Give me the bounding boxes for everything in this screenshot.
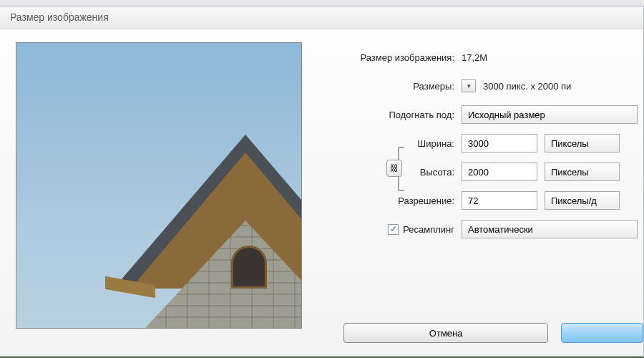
image-size-value: 17,2M — [462, 52, 487, 63]
cancel-button[interactable]: Отмена — [343, 323, 548, 343]
resample-label: Ресамплинг — [403, 224, 454, 235]
width-input[interactable] — [462, 134, 537, 153]
fit-to-select[interactable]: Исходный размер — [462, 105, 638, 124]
width-unit-select[interactable]: Пикселы — [545, 134, 620, 153]
image-size-dialog: Размер изображения Размер изображения: 1… — [0, 6, 644, 357]
dimensions-value: 3000 пикс. x 2000 пи — [483, 81, 571, 92]
resample-mode-value: Автоматически — [468, 224, 533, 235]
dialog-title: Размер изображения — [0, 6, 643, 29]
resample-checkbox[interactable]: ✓ — [388, 224, 399, 235]
resolution-input[interactable] — [462, 191, 537, 210]
constrain-proportions-button[interactable]: ⛓ — [386, 160, 402, 177]
height-unit-value: Пикселы — [551, 167, 589, 178]
resolution-unit-value: Пикселы/д — [551, 195, 597, 206]
chain-link-icon: ⛓ — [390, 163, 399, 173]
fit-to-label: Подогнать под: — [322, 110, 462, 120]
dimensions-label: Размеры: — [322, 81, 462, 92]
image-size-label: Размер изображения: — [322, 52, 462, 63]
image-preview — [16, 42, 302, 329]
width-unit-value: Пикселы — [551, 138, 589, 149]
height-unit-select[interactable]: Пикселы — [545, 163, 620, 181]
fit-to-value: Исходный размер — [468, 110, 545, 120]
primary-action-button[interactable] — [561, 323, 643, 343]
resolution-unit-select[interactable]: Пикселы/д — [545, 191, 620, 210]
height-input[interactable] — [462, 163, 537, 181]
dimensions-units-dropdown[interactable]: ▾ — [462, 79, 476, 92]
resample-mode-select[interactable]: Автоматически — [462, 220, 638, 238]
resolution-label: Разрешение: — [322, 195, 462, 206]
width-label: Ширина: — [322, 138, 462, 149]
